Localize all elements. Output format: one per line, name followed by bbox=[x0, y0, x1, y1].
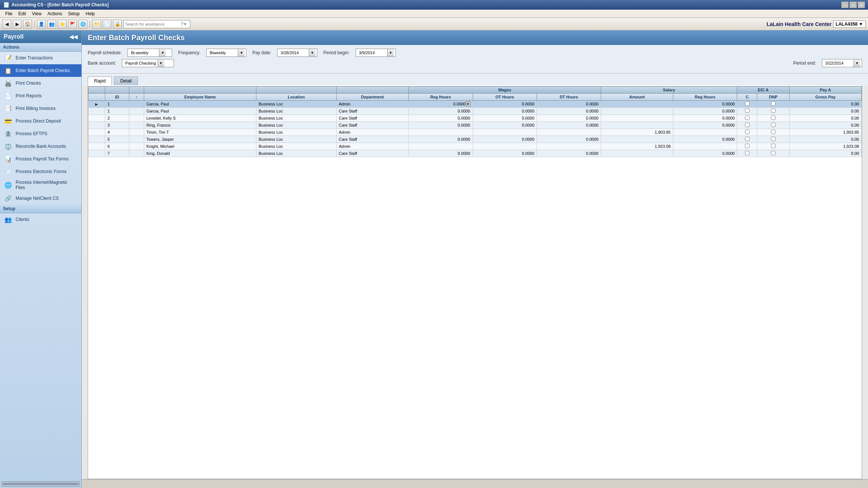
table-row[interactable]: 5Towers, JasperBusiness LocCare Staff0.0… bbox=[88, 136, 862, 143]
cell-wages-dt-hours-6[interactable] bbox=[537, 143, 601, 150]
globe-button[interactable]: 🌐 bbox=[78, 20, 87, 29]
col-header-dt-hours[interactable]: DT Hours bbox=[537, 94, 601, 101]
table-row[interactable]: 2Levedel, Kelly SBusiness LocCare Staff0… bbox=[88, 115, 862, 122]
cell-wages-reg-hours-5[interactable]: 0.0000 bbox=[408, 136, 473, 143]
cell-salary-reg-hours-3[interactable]: 0.0000 bbox=[673, 122, 737, 129]
cell-wages-ot-hours-6[interactable] bbox=[473, 143, 537, 150]
payroll-schedule-control[interactable]: Bi-weekly ▼ bbox=[127, 49, 172, 57]
cell-dnp-checkbox-0[interactable] bbox=[757, 101, 789, 108]
cell-wages-ot-hours-1[interactable]: 0.0000 bbox=[473, 108, 537, 115]
payroll-schedule-dropdown[interactable]: ▼ bbox=[159, 49, 166, 56]
doc-button[interactable]: 📄 bbox=[103, 20, 111, 29]
cell-salary-amount-0[interactable] bbox=[601, 101, 673, 108]
col-header-location[interactable]: Location bbox=[256, 94, 336, 101]
menu-edit[interactable]: Edit bbox=[15, 10, 29, 17]
sidebar-collapse-button[interactable]: ◀◀ bbox=[69, 34, 78, 40]
search-dropdown-icon[interactable]: ▼ bbox=[184, 22, 187, 26]
period-end-control[interactable]: 3/22/2014 ▼ bbox=[822, 59, 862, 67]
col-header-id[interactable]: ID bbox=[105, 94, 129, 101]
bank-account-dropdown[interactable]: ▼ bbox=[158, 59, 164, 67]
period-begin-control[interactable]: 3/9/2014 ▼ bbox=[356, 49, 396, 57]
menu-file[interactable]: File bbox=[2, 10, 15, 17]
cell-wages-reg-hours-3[interactable]: 0.0000 bbox=[408, 122, 473, 129]
menu-view[interactable]: View bbox=[29, 10, 45, 17]
search-input[interactable] bbox=[125, 22, 181, 26]
col-header-c[interactable]: C bbox=[737, 94, 757, 101]
folder-button[interactable]: 📁 bbox=[92, 20, 101, 29]
tab-rapid[interactable]: Rapid bbox=[88, 77, 112, 85]
cell-wages-dt-hours-4[interactable] bbox=[537, 129, 601, 136]
cell-wages-ot-hours-7[interactable]: 0.0000 bbox=[473, 150, 537, 157]
cell-salary-reg-hours-2[interactable]: 0.0000 bbox=[673, 115, 737, 122]
sidebar-item-print-checks[interactable]: 🖨️ Print Checks bbox=[0, 77, 81, 90]
minimize-button[interactable]: ─ bbox=[841, 1, 849, 8]
cell-wages-dt-hours-5[interactable]: 0.0000 bbox=[537, 136, 601, 143]
cell-c-checkbox-7[interactable] bbox=[737, 150, 757, 157]
col-header-department[interactable]: Department bbox=[336, 94, 408, 101]
cell-wages-ot-hours-0[interactable]: 0.0000 bbox=[473, 101, 537, 108]
sidebar-item-manage-netclient[interactable]: 🔗 Manage NetClient CS bbox=[0, 192, 81, 205]
cell-wages-dt-hours-3[interactable]: 0.0000 bbox=[537, 122, 601, 129]
cell-salary-reg-hours-7[interactable]: 0.0000 bbox=[673, 150, 737, 157]
cell-wages-reg-hours-1[interactable]: 0.0000 bbox=[408, 108, 473, 115]
col-header-amount[interactable]: Amount bbox=[601, 94, 673, 101]
cell-wages-reg-hours-4[interactable] bbox=[408, 129, 473, 136]
cell-salary-amount-2[interactable] bbox=[601, 115, 673, 122]
cell-wages-reg-hours-0[interactable]: 0.0000▼ bbox=[408, 101, 473, 108]
cell-c-checkbox-4[interactable] bbox=[737, 129, 757, 136]
menu-setup[interactable]: Setup bbox=[65, 10, 82, 17]
cell-wages-ot-hours-3[interactable]: 0.0000 bbox=[473, 122, 537, 129]
cell-dnp-checkbox-4[interactable] bbox=[757, 129, 789, 136]
sidebar-item-clients[interactable]: 👥 Clients bbox=[0, 213, 81, 226]
sidebar-item-process-tax-forms[interactable]: 📊 Process Payroll Tax Forms bbox=[0, 153, 81, 165]
col-header-ot-hours[interactable]: OT Hours bbox=[473, 94, 537, 101]
cell-salary-reg-hours-5[interactable]: 0.0000 bbox=[673, 136, 737, 143]
pay-date-control[interactable]: 3/28/2014 ▼ bbox=[277, 49, 317, 57]
cell-dnp-checkbox-1[interactable] bbox=[757, 108, 789, 115]
sidebar-item-process-direct-deposit[interactable]: 💳 Process Direct Deposit bbox=[0, 115, 81, 127]
close-button[interactable]: ✕ bbox=[858, 1, 865, 8]
persons-button[interactable]: 👥 bbox=[47, 20, 56, 29]
cell-salary-amount-6[interactable]: 1,923.08 bbox=[601, 143, 673, 150]
cell-salary-reg-hours-1[interactable]: 0.0000 bbox=[673, 108, 737, 115]
table-row[interactable]: ▶1Garcia, PaulBusiness LocAdmin0.0000▼0.… bbox=[88, 101, 862, 108]
cell-dnp-checkbox-2[interactable] bbox=[757, 115, 789, 122]
cell-salary-reg-hours-0[interactable]: 0.0000 bbox=[673, 101, 737, 108]
cell-salary-amount-7[interactable] bbox=[601, 150, 673, 157]
sidebar-item-reconcile[interactable]: ⚖️ Reconcile Bank Accounts bbox=[0, 140, 81, 153]
maximize-button[interactable]: □ bbox=[849, 1, 857, 8]
flag-button[interactable]: 🚩 bbox=[68, 20, 77, 29]
pay-date-dropdown[interactable]: ▼ bbox=[309, 49, 315, 56]
col-header-salary-reg-hours[interactable]: Reg Hours bbox=[673, 94, 737, 101]
cell-wages-ot-hours-4[interactable] bbox=[473, 129, 537, 136]
menu-help[interactable]: Help bbox=[83, 10, 98, 17]
col-header-employee-name[interactable]: Employee Name bbox=[144, 94, 256, 101]
company-id-box[interactable]: LALA4358 ▼ bbox=[833, 20, 866, 28]
table-row[interactable]: 1Garcia, PaulBusiness LocCare Staff0.000… bbox=[88, 108, 862, 115]
col-header-reg-hours[interactable]: Reg Hours bbox=[408, 94, 473, 101]
person-button[interactable]: 👤 bbox=[37, 20, 46, 29]
cell-dnp-checkbox-3[interactable] bbox=[757, 122, 789, 129]
bank-account-control[interactable]: Payroll Checking ▼ bbox=[122, 59, 174, 67]
sidebar-item-process-internet[interactable]: 🌐 Process Internet/Magnetic Files bbox=[0, 178, 81, 192]
sidebar-scrollbar-area[interactable] bbox=[0, 480, 81, 488]
home-button[interactable]: 🏠 bbox=[23, 20, 32, 29]
cell-salary-reg-hours-6[interactable] bbox=[673, 143, 737, 150]
company-dropdown-icon[interactable]: ▼ bbox=[859, 22, 863, 27]
cell-wages-reg-hours-6[interactable] bbox=[408, 143, 473, 150]
sidebar-item-print-reports[interactable]: 📄 Print Reports bbox=[0, 90, 81, 102]
sidebar-item-process-electronic[interactable]: 📨 Process Electronic Forms bbox=[0, 165, 81, 178]
window-controls[interactable]: ─ □ ✕ bbox=[841, 1, 865, 8]
col-header-gross-pay[interactable]: Gross Pay bbox=[789, 94, 861, 101]
sidebar-item-enter-transactions[interactable]: 📝 Enter Transactions bbox=[0, 52, 81, 64]
table-row[interactable]: 6Knight, MichaelBusiness LocAdmin1,923.0… bbox=[88, 143, 862, 150]
cell-c-checkbox-2[interactable] bbox=[737, 115, 757, 122]
star-button[interactable]: ⭐ bbox=[58, 20, 67, 29]
sidebar-item-enter-batch[interactable]: 📋 Enter Batch Payroll Checks bbox=[0, 64, 81, 77]
table-row[interactable]: 4Timm, Tim TBusiness LocAdmin1,903.851,9… bbox=[88, 129, 862, 136]
sidebar-item-process-eftps[interactable]: 🏦 Process EFTPS bbox=[0, 127, 81, 140]
cell-wages-ot-hours-2[interactable]: 0.0000 bbox=[473, 115, 537, 122]
lock-button[interactable]: 🔒 bbox=[113, 20, 122, 29]
col-header-dnp[interactable]: DNP bbox=[757, 94, 789, 101]
cell-wages-reg-hours-7[interactable]: 0.0000 bbox=[408, 150, 473, 157]
